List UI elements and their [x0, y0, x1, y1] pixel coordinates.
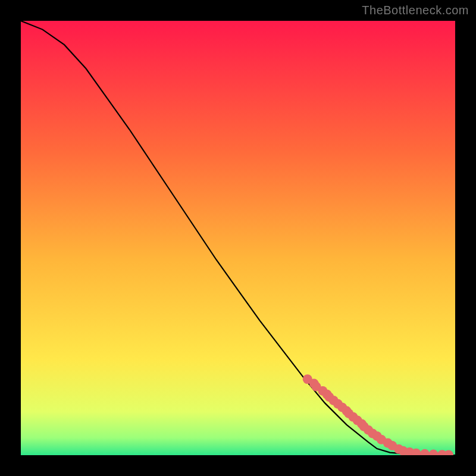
- gradient-background: [21, 21, 455, 455]
- chart-svg: [21, 21, 455, 455]
- chart-plot-area: [21, 21, 455, 455]
- watermark-text: TheBottleneck.com: [362, 4, 469, 17]
